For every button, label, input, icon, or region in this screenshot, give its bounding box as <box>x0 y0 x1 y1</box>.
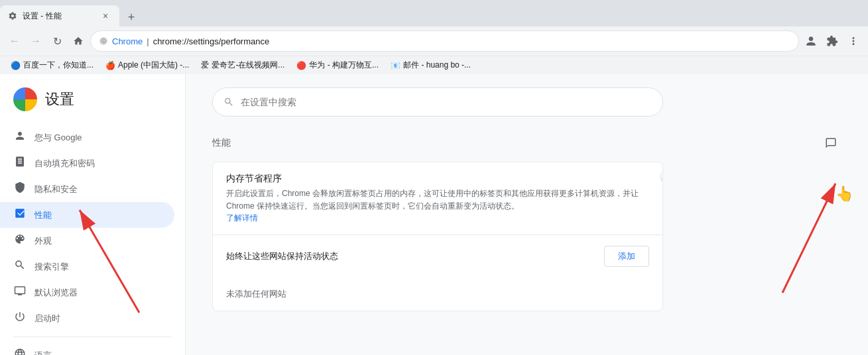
profile-button[interactable] <box>802 32 820 50</box>
memory-saver-content: 内存节省程序 开启此设置后，Chrome 会释放闲置标签页占用的内存，这可让使用… <box>226 173 641 224</box>
browser-icon <box>13 285 27 300</box>
forward-button[interactable]: → <box>27 32 45 50</box>
bookmark-baidu[interactable]: 🔵 百度一下，你知道... <box>5 58 99 72</box>
address-brand: Chrome <box>112 36 143 46</box>
sidebar-item-startup[interactable]: 启动时 <box>0 305 174 331</box>
page-content: 设置 您与 Google 自动填充和密码 隐私和安全 <box>0 74 868 355</box>
active-tab[interactable]: 设置 - 性能 × <box>0 5 119 26</box>
search-icon <box>223 97 234 107</box>
address-separator: | <box>147 36 149 46</box>
language-icon <box>13 348 27 355</box>
address-bar[interactable]: ⓘ Chrome | chrome://settings/performance <box>90 30 799 52</box>
sidebar-item-default-browser[interactable]: 默认浏览器 <box>0 279 174 305</box>
sidebar-divider <box>13 336 172 337</box>
svg-text:ⓘ: ⓘ <box>101 38 106 43</box>
navigation-bar: ← → ↻ ⓘ Chrome | chrome://settings/perfo… <box>0 26 868 56</box>
sidebar-item-performance[interactable]: 性能 <box>0 202 174 228</box>
sidebar-title: 设置 <box>45 89 74 109</box>
memory-saver-desc: 开启此设置后，Chrome 会释放闲置标签页占用的内存，这可让使用中的标签页和其… <box>226 187 641 213</box>
settings-search-bar[interactable] <box>212 87 663 117</box>
bookmark-huawei[interactable]: 🔴 华为 - 构建万物互... <box>291 58 384 72</box>
memory-saver-title: 内存节省程序 <box>226 173 641 185</box>
sidebar-item-google[interactable]: 您与 Google <box>0 125 174 150</box>
sidebar-item-appearance[interactable]: 外观 <box>0 228 174 254</box>
tab-title: 设置 - 性能 <box>23 11 94 22</box>
appearance-icon <box>13 233 27 248</box>
memory-saver-row: 内存节省程序 开启此设置后，Chrome 会释放闲置标签页占用的内存，这可让使用… <box>213 162 662 234</box>
refresh-button[interactable]: ↻ <box>48 32 66 50</box>
autofill-icon <box>13 156 27 171</box>
back-button[interactable]: ← <box>5 32 24 50</box>
search-icon <box>13 259 27 274</box>
bookmarks-bar: 🔵 百度一下，你知道... 🍎 Apple (中国大陆) -... 爱 爱奇艺-… <box>0 56 868 74</box>
no-sites-label: 未添加任何网站 <box>213 278 662 311</box>
feedback-button[interactable] <box>820 132 841 154</box>
settings-favicon <box>8 11 17 21</box>
section-title: 性能 <box>212 137 231 149</box>
memory-saver-link[interactable]: 了解详情 <box>226 213 258 223</box>
extensions-button[interactable] <box>823 32 841 50</box>
sidebar-item-language[interactable]: 语言 <box>0 342 174 355</box>
search-input[interactable] <box>241 97 652 107</box>
home-button[interactable] <box>69 32 88 50</box>
chrome-logo-icon <box>13 87 37 111</box>
bookmark-apple[interactable]: 🍎 Apple (中国大陆) -... <box>100 58 194 72</box>
sidebar: 设置 您与 Google 自动填充和密码 隐私和安全 <box>0 74 186 355</box>
sidebar-item-privacy[interactable]: 隐私和安全 <box>0 176 174 202</box>
new-tab-button[interactable]: + <box>122 8 141 26</box>
address-url: chrome://settings/performance <box>153 36 270 46</box>
bookmark-iqiyi[interactable]: 爱 爱奇艺-在线视频网... <box>196 58 290 72</box>
tab-close-button[interactable]: × <box>99 10 111 22</box>
user-icon <box>13 130 27 145</box>
secure-icon: ⓘ <box>99 36 108 46</box>
performance-card: 内存节省程序 开启此设置后，Chrome 会释放闲置标签页占用的内存，这可让使用… <box>212 162 663 311</box>
startup-icon <box>13 311 27 326</box>
bookmark-outlook[interactable]: 📧 邮件 - huang bo -... <box>385 58 476 72</box>
add-site-button[interactable]: 添加 <box>604 246 649 267</box>
shield-icon <box>13 181 27 197</box>
sidebar-item-autofill[interactable]: 自动填充和密码 <box>0 150 174 176</box>
menu-button[interactable] <box>844 32 863 50</box>
active-sites-label: 始终让这些网站保持活动状态 <box>226 250 338 262</box>
sidebar-logo: 设置 <box>0 87 185 125</box>
performance-icon <box>13 207 27 223</box>
main-content: 性能 内存节省程序 开启此设置后，Chrome 会释放闲置标签页占用的内存，这可… <box>186 74 868 355</box>
active-sites-row: 始终让这些网站保持活动状态 添加 <box>213 234 662 278</box>
section-header: 性能 <box>212 132 841 154</box>
sidebar-item-search[interactable]: 搜索引擎 <box>0 254 174 279</box>
